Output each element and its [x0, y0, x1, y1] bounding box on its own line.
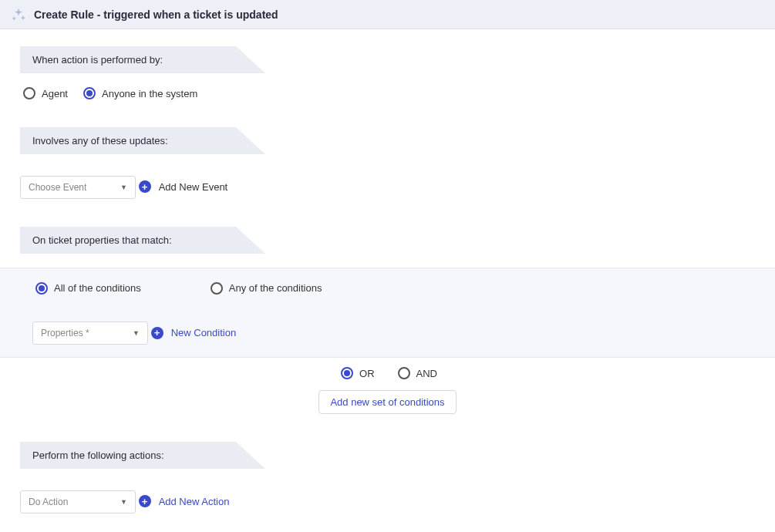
- add-action-button[interactable]: + Add New Action: [139, 495, 230, 507]
- actions-heading: Perform the following actions:: [20, 442, 236, 469]
- event-select-placeholder: Choose Event: [29, 182, 86, 193]
- properties-select[interactable]: Properties * ▼: [32, 322, 148, 345]
- logic-radio-group: OR AND: [338, 367, 437, 379]
- add-event-button[interactable]: + Add New Event: [139, 180, 228, 193]
- radio-circle-icon: [83, 87, 96, 99]
- properties-section: On ticket properties that match: All of …: [20, 227, 755, 415]
- events-heading: Involves any of these updates:: [20, 127, 236, 154]
- event-select[interactable]: Choose Event ▼: [20, 176, 136, 199]
- logic-radio-and[interactable]: AND: [398, 367, 437, 379]
- content-area: When action is performed by: Agent Anyon…: [0, 29, 775, 532]
- match-radio-any[interactable]: Any of the conditions: [211, 282, 322, 295]
- performer-radio-anyone-label: Anyone in the system: [102, 88, 197, 99]
- plus-icon: +: [151, 327, 163, 339]
- top-bar: Create Rule - triggered when a ticket is…: [0, 0, 775, 29]
- actions-section: Perform the following actions: Do Action…: [20, 442, 755, 513]
- performer-radio-anyone[interactable]: Anyone in the system: [83, 87, 197, 99]
- conditions-panel: All of the conditions Any of the conditi…: [0, 268, 775, 359]
- add-event-label: Add New Event: [159, 181, 228, 193]
- chevron-down-icon: ▼: [120, 184, 127, 191]
- match-radio-group: All of the conditions Any of the conditi…: [32, 282, 743, 295]
- logic-radio-or-label: OR: [359, 368, 375, 379]
- performer-radio-agent-label: Agent: [42, 88, 68, 99]
- add-condition-set-button[interactable]: Add new set of conditions: [318, 390, 456, 414]
- match-radio-all[interactable]: All of the conditions: [35, 282, 141, 295]
- new-condition-label: New Condition: [171, 327, 237, 338]
- performer-radio-agent[interactable]: Agent: [23, 87, 68, 99]
- new-condition-button[interactable]: + New Condition: [151, 327, 237, 339]
- radio-circle-icon: [341, 367, 353, 379]
- performer-heading: When action is performed by:: [20, 46, 236, 73]
- match-radio-any-label: Any of the conditions: [229, 282, 322, 294]
- radio-dot-icon: [344, 370, 350, 376]
- logic-radio-and-label: AND: [416, 368, 437, 379]
- sparkle-icon: [11, 7, 26, 22]
- radio-dot-icon: [86, 90, 93, 96]
- radio-circle-icon: [23, 87, 35, 99]
- radio-circle-icon: [211, 282, 223, 295]
- events-section: Involves any of these updates: Choose Ev…: [20, 127, 755, 199]
- chevron-down-icon: ▼: [133, 329, 140, 337]
- action-select-placeholder: Do Action: [29, 497, 68, 507]
- match-radio-all-label: All of the conditions: [54, 282, 141, 294]
- performer-radio-group: Agent Anyone in the system: [20, 87, 755, 99]
- performer-section: When action is performed by: Agent Anyon…: [20, 46, 755, 99]
- action-select[interactable]: Do Action ▼: [20, 490, 136, 513]
- logic-row: OR AND Add new set of conditions: [20, 367, 755, 414]
- plus-icon: +: [139, 180, 151, 193]
- chevron-down-icon: ▼: [120, 498, 127, 506]
- radio-circle-icon: [398, 367, 410, 379]
- plus-icon: +: [139, 495, 151, 507]
- page-title: Create Rule - triggered when a ticket is…: [34, 8, 278, 21]
- add-action-label: Add New Action: [159, 496, 230, 507]
- properties-select-placeholder: Properties *: [41, 328, 89, 338]
- radio-dot-icon: [39, 285, 45, 291]
- logic-radio-or[interactable]: OR: [341, 367, 375, 379]
- properties-heading: On ticket properties that match:: [20, 227, 236, 254]
- radio-circle-icon: [35, 282, 48, 295]
